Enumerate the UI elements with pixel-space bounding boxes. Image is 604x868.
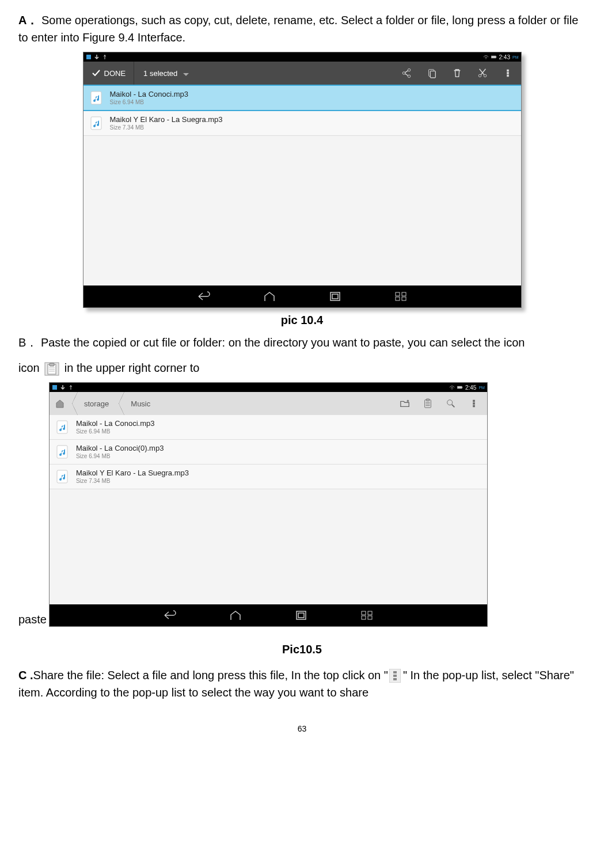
file-size: Size 6.94 MB <box>76 428 155 435</box>
file-row[interactable]: Maikol - La Conoci.mp3 Size 6.94 MB <box>50 415 487 440</box>
delete-icon[interactable] <box>452 68 462 78</box>
selection-label: 1 selected <box>143 69 177 78</box>
overflow-menu-icon[interactable] <box>503 68 513 78</box>
section-b-label: B． <box>18 336 37 349</box>
contextual-action-bar: DONE 1 selected <box>83 62 521 85</box>
section-b-text1: Paste the copied or cut file or folder: … <box>41 336 525 349</box>
music-file-icon <box>89 90 104 105</box>
wifi-icon <box>449 384 455 390</box>
screenshot-nav-icon[interactable] <box>394 291 408 302</box>
section-c-label: C . <box>18 669 33 682</box>
new-folder-icon[interactable] <box>400 398 410 409</box>
file-size: Size 6.94 MB <box>76 453 164 460</box>
svg-rect-12 <box>507 70 509 72</box>
status-bar: 2:45 PM <box>50 383 487 392</box>
done-button[interactable]: DONE <box>83 62 135 85</box>
svg-rect-39 <box>473 400 475 402</box>
file-size: Size 6.94 MB <box>110 99 189 106</box>
figure-1-screenshot: 2:43 PM DONE 1 selected Maikol - La Cono… <box>83 52 522 308</box>
clipboard-inline-icon <box>44 361 60 376</box>
figure-1-caption: pic 10.4 <box>18 314 586 327</box>
svg-rect-19 <box>396 292 400 296</box>
file-row[interactable]: Maikol - La Conoci.mp3 Size 6.94 MB <box>83 85 521 111</box>
screenshot-nav-icon[interactable] <box>360 610 374 621</box>
search-icon[interactable] <box>446 398 456 409</box>
svg-rect-46 <box>298 613 304 618</box>
section-c-paragraph: C .Share the file: Select a file and lon… <box>18 667 586 701</box>
overflow-menu-icon[interactable] <box>469 398 479 409</box>
file-size: Size 7.34 MB <box>76 478 189 485</box>
breadcrumb-item[interactable]: storage <box>70 392 117 415</box>
file-row[interactable]: Maikol Y El Karo - La Suegra.mp3 Size 7.… <box>50 465 487 489</box>
home-icon <box>55 398 65 409</box>
svg-rect-49 <box>362 616 366 619</box>
wifi-icon <box>483 54 489 60</box>
share-icon[interactable] <box>401 68 412 78</box>
recent-nav-icon[interactable] <box>328 291 342 302</box>
status-ampm: PM <box>478 386 485 390</box>
notification-icon <box>86 54 92 60</box>
svg-point-11 <box>484 74 487 77</box>
status-ampm: PM <box>512 55 519 59</box>
svg-rect-47 <box>362 611 366 615</box>
file-name: Maikol - La Conoci(0).mp3 <box>76 444 164 453</box>
usb-icon <box>102 54 108 60</box>
svg-rect-32 <box>462 387 462 387</box>
svg-rect-50 <box>368 616 372 619</box>
svg-rect-13 <box>507 72 509 74</box>
paste-word: paste <box>18 611 47 631</box>
overflow-menu-inline-icon <box>389 669 402 684</box>
svg-point-1 <box>485 58 486 59</box>
cut-icon[interactable] <box>477 68 488 78</box>
selection-count-dropdown[interactable]: 1 selected <box>134 69 401 78</box>
system-nav-bar <box>50 604 487 626</box>
battery-icon <box>491 54 497 60</box>
system-nav-bar <box>83 285 521 307</box>
svg-point-4 <box>408 68 411 71</box>
page-number: 63 <box>18 724 586 733</box>
file-row[interactable]: Maikol - La Conoci(0).mp3 Size 6.94 MB <box>50 440 487 465</box>
done-label: DONE <box>104 69 126 78</box>
paste-icon[interactable] <box>423 398 433 409</box>
recent-nav-icon[interactable] <box>294 610 308 621</box>
svg-rect-14 <box>507 75 509 77</box>
dropdown-triangle-icon <box>183 73 189 76</box>
home-nav-icon[interactable] <box>263 291 276 302</box>
home-breadcrumb[interactable] <box>50 392 70 415</box>
file-list: Maikol - La Conoci.mp3 Size 6.94 MB Maik… <box>83 85 521 136</box>
back-nav-icon[interactable] <box>197 291 211 302</box>
file-list: Maikol - La Conoci.mp3 Size 6.94 MB Maik… <box>50 415 487 489</box>
svg-rect-21 <box>396 297 400 300</box>
section-a-paragraph: A． Some operationgs, such as copy, cut, … <box>18 12 586 46</box>
copy-icon[interactable] <box>427 68 437 78</box>
file-size: Size 7.34 MB <box>110 124 223 131</box>
section-a-label: A． <box>18 14 38 26</box>
svg-rect-54 <box>393 678 397 680</box>
svg-rect-29 <box>52 385 57 390</box>
status-time: 2:45 <box>465 384 476 391</box>
svg-rect-40 <box>473 402 475 405</box>
svg-point-30 <box>451 389 452 389</box>
usb-icon <box>68 384 74 390</box>
breadcrumb-item[interactable]: Music <box>117 392 158 415</box>
back-nav-icon[interactable] <box>163 610 177 621</box>
svg-rect-2 <box>491 56 496 58</box>
file-name: Maikol Y El Karo - La Suegra.mp3 <box>110 116 223 124</box>
svg-rect-41 <box>473 405 475 408</box>
svg-rect-48 <box>368 611 372 615</box>
svg-point-6 <box>408 75 411 78</box>
svg-point-5 <box>402 72 405 75</box>
section-a-text: Some operationgs, such as copy, cut, del… <box>18 14 578 44</box>
music-file-icon <box>55 469 70 484</box>
section-b-paragraph-1: B． Paste the copied or cut file or folde… <box>18 334 586 351</box>
svg-rect-53 <box>393 675 397 677</box>
file-row[interactable]: Maikol Y El Karo - La Suegra.mp3 Size 7.… <box>83 111 521 136</box>
svg-rect-22 <box>402 297 406 300</box>
notification-icon <box>52 384 58 390</box>
figure-2-caption: Pic10.5 <box>18 643 586 656</box>
status-bar: 2:43 PM <box>83 52 521 62</box>
section-b-icon-word: icon <box>18 361 43 374</box>
svg-rect-8 <box>430 71 435 78</box>
battery-icon <box>457 384 463 390</box>
home-nav-icon[interactable] <box>229 610 242 621</box>
